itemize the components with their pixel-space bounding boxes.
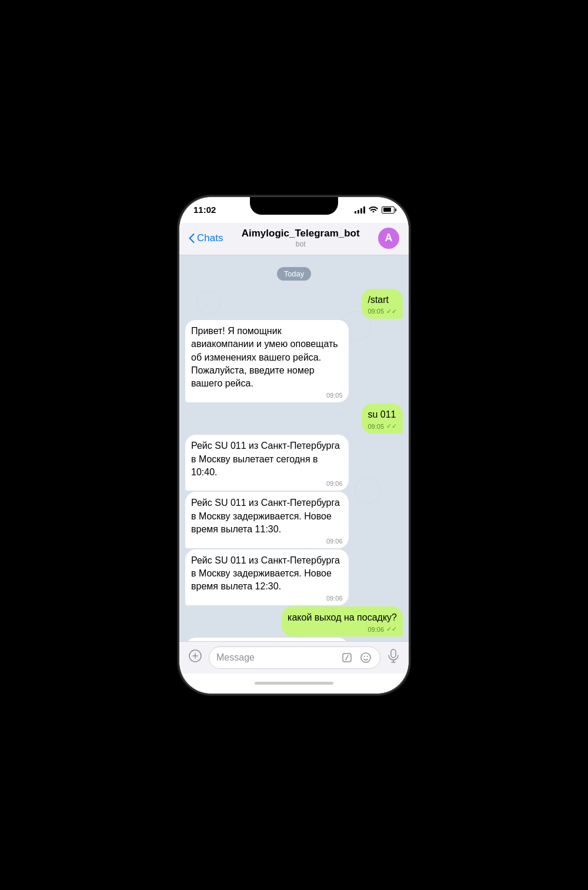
status-icons [355,205,395,214]
svg-point-7 [361,653,370,662]
message-time: 09:06 [326,595,343,602]
message-row: Рейс SU 011 из Санкт-Петербурга в Москву… [185,549,403,605]
message-bubble: какой выход на посадку?09:06✓✓ [282,606,403,636]
status-bar: 11:02 [179,197,409,223]
chat-area: Today /start09:05✓✓Привет! Я помощник ав… [179,255,409,641]
message-bubble: Рейс SU 011 из Санкт-Петербурга в Москву… [185,492,349,548]
message-bubble: su 01109:05✓✓ [362,404,403,434]
message-meta: 09:05 [191,392,343,399]
mic-button[interactable] [385,646,402,668]
message-text: Рейс SU 011 из Санкт-Петербурга в Москву… [191,554,343,594]
message-row: Рейс SU 011 из Санкт-Петербурга в Москву… [185,435,403,491]
message-time: 09:05 [368,308,384,315]
message-meta: 09:06 [191,595,343,602]
sticker-button[interactable] [359,651,373,665]
notch [250,197,338,215]
wifi-icon [369,205,378,214]
message-meta: 09:05✓✓ [368,422,397,430]
nav-header: Chats Aimylogic_Telegram_bot bot A [179,223,409,255]
message-text: /start [368,294,397,306]
input-bar [179,641,409,674]
message-row: /start09:05✓✓ [185,289,403,319]
message-row: su 01109:05✓✓ [185,404,403,434]
read-receipts: ✓✓ [386,308,397,315]
message-text: su 011 [368,408,397,421]
svg-point-8 [364,656,365,657]
message-input[interactable] [216,652,335,663]
phone-screen: 11:02 [179,197,409,694]
message-bubble: Рейс SU 011 из Санкт-Петербурга в Москву… [185,549,349,605]
read-receipts: ✓✓ [386,422,397,430]
message-row: Привет! Я помощник авиакомпании и умею о… [185,320,403,402]
message-time: 09:05 [368,423,384,430]
signal-icon [355,206,365,214]
message-text: какой выход на посадку? [288,611,397,624]
message-meta: 09:06 [191,480,343,487]
message-text: Привет! Я помощник авиакомпании и умею о… [191,325,343,391]
message-meta: 09:05✓✓ [368,308,397,315]
read-receipts: ✓✓ [386,625,397,633]
message-text: Рейс SU 011 из Санкт-Петербурга в Москву… [191,496,343,536]
message-time: 09:06 [326,538,343,545]
back-label: Chats [197,232,223,244]
message-meta: 09:06 [191,538,343,545]
message-time: 09:06 [326,480,343,487]
nav-center: Aimylogic_Telegram_bot bot [223,228,378,248]
chat-subtitle: bot [223,240,378,248]
home-indicator [179,674,409,694]
svg-point-9 [367,656,368,657]
phone-frame: 11:02 [179,197,409,694]
avatar[interactable]: A [378,228,399,249]
message-text: Рейс SU 011 из Санкт-Петербурга в Москву… [191,439,343,479]
message-meta: 09:06✓✓ [288,625,397,633]
battery-icon [382,206,395,214]
message-bubble: Привет! Я помощник авиакомпании и умею о… [185,320,349,402]
attach-button[interactable] [186,647,204,668]
messages-container: /start09:05✓✓Привет! Я помощник авиакомп… [185,288,403,641]
message-row: какой выход на посадку?09:06✓✓ [185,606,403,636]
message-bubble: Рейс SU 011 из Санкт-Петербурга в Москву… [185,435,349,491]
message-bubble: /start09:05✓✓ [362,289,403,319]
back-button[interactable]: Chats [189,232,223,244]
home-bar [255,682,333,685]
svg-rect-10 [391,649,396,658]
date-divider: Today [185,267,403,281]
chat-title: Aimylogic_Telegram_bot [223,228,378,239]
message-row: Рейс SU 011 из Санкт-Петербурга в Москву… [185,492,403,548]
message-bubble: Посадка начнется в 12:10 у выхода А 12.0… [185,638,349,641]
date-label: Today [277,267,312,281]
message-time: 09:06 [368,626,384,633]
message-time: 09:05 [326,392,343,399]
message-input-wrap [209,646,380,669]
message-row: Посадка начнется в 12:10 у выхода А 12.0… [185,638,403,641]
slash-button[interactable] [340,651,354,665]
status-time: 11:02 [193,205,216,215]
